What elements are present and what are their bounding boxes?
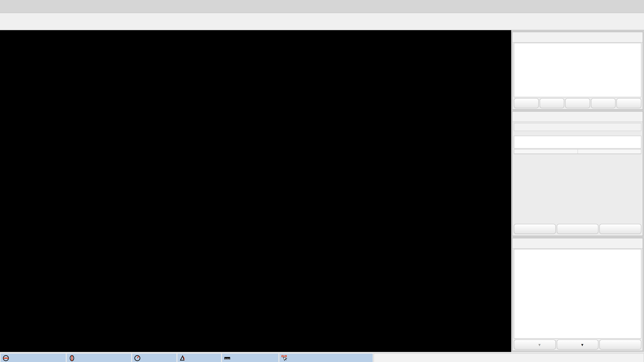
selection-list-item[interactable]	[514, 249, 641, 259]
tags-panel	[512, 111, 643, 236]
latitude-icon	[3, 355, 9, 361]
collapse-button[interactable]	[514, 240, 520, 247]
layers-icon	[522, 34, 529, 40]
layer-delete-button[interactable]	[617, 98, 641, 108]
collapse-button[interactable]	[514, 34, 520, 40]
tag-delete-button[interactable]	[600, 224, 641, 234]
collapse-icon	[514, 34, 520, 39]
map-canvas[interactable]	[0, 30, 511, 352]
dock-sidebar: ▾ ▾	[511, 30, 644, 352]
search-button[interactable]: ▾	[556, 340, 598, 350]
merge-layers-icon	[574, 100, 580, 106]
latitude-field	[1, 354, 66, 362]
layer-row[interactable]	[514, 43, 641, 54]
park-preset-icon	[516, 124, 521, 130]
longitude-field	[67, 354, 131, 362]
selection-icon	[522, 240, 529, 247]
angle-icon	[180, 355, 186, 361]
select-icon	[529, 342, 535, 348]
membership-box	[514, 136, 641, 148]
object-cursor-icon	[282, 355, 288, 361]
layer-down-button[interactable]	[540, 98, 564, 108]
collapse-icon	[514, 240, 520, 246]
tag-add-button[interactable]	[514, 224, 556, 234]
heading-icon	[134, 355, 140, 361]
collapse-icon	[514, 114, 520, 119]
closed-way-icon	[516, 251, 522, 257]
pin-icon	[626, 240, 632, 246]
pin-icon	[626, 114, 632, 119]
close-panel-button[interactable]	[634, 34, 641, 40]
layer-visible-icon[interactable]	[536, 45, 542, 52]
close-icon	[635, 114, 641, 119]
pin-button[interactable]	[626, 34, 632, 40]
search-icon	[572, 342, 578, 348]
object-field	[280, 354, 373, 362]
pin-icon	[626, 34, 632, 39]
tag-table-header	[514, 149, 641, 154]
close-panel-button[interactable]	[634, 113, 641, 120]
toolbar	[0, 13, 644, 30]
layer-merge-button[interactable]	[565, 98, 590, 108]
preset-link[interactable]	[514, 123, 641, 131]
distance-field	[222, 354, 278, 362]
status-bar	[0, 352, 644, 362]
ruler-icon	[224, 355, 230, 361]
pin-button[interactable]	[626, 113, 632, 120]
layer-active-icon[interactable]	[518, 45, 524, 52]
column-key[interactable]	[514, 149, 578, 153]
eye-icon	[600, 100, 606, 106]
history-button[interactable]	[600, 340, 641, 350]
selection-mode-button[interactable]: ▾	[514, 340, 556, 350]
column-value[interactable]	[578, 149, 641, 153]
trash-icon	[617, 226, 622, 232]
angle-field	[178, 354, 221, 362]
josm-window: ▾ ▾	[0, 0, 644, 362]
layer-visibility-button[interactable]	[591, 98, 616, 108]
data-layer-icon	[546, 45, 552, 52]
plus-icon	[531, 226, 537, 232]
pin-button[interactable]	[626, 240, 632, 247]
down-arrow-icon	[549, 100, 555, 106]
close-panel-button[interactable]	[634, 240, 641, 247]
longitude-icon	[69, 355, 75, 361]
heading-field	[132, 354, 176, 362]
layer-up-button[interactable]	[514, 98, 538, 108]
close-icon	[635, 34, 641, 39]
selection-panel: ▾ ▾	[512, 238, 643, 351]
close-icon	[635, 240, 641, 246]
tag-icon	[522, 113, 529, 120]
collapse-button[interactable]	[514, 113, 520, 120]
trash-icon	[626, 100, 632, 106]
layers-panel	[512, 32, 643, 110]
pencil-icon	[574, 226, 580, 232]
up-arrow-icon	[523, 100, 529, 106]
menu-bar	[0, 0, 644, 13]
history-icon	[616, 342, 622, 348]
help-hint	[374, 353, 644, 362]
tag-edit-button[interactable]	[556, 224, 598, 234]
